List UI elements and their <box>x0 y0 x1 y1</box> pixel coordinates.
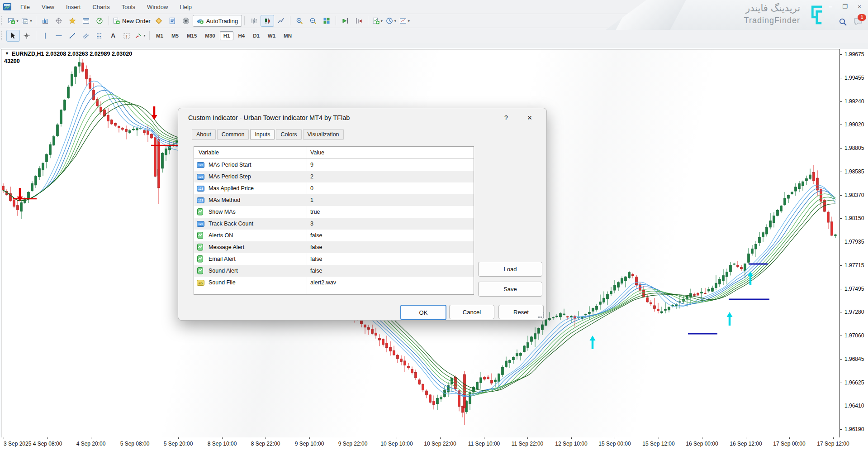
tab-about[interactable]: About <box>192 129 216 140</box>
cursor-icon[interactable] <box>6 30 20 42</box>
menu-help[interactable]: Help <box>174 2 198 12</box>
menu-tools[interactable]: Tools <box>116 2 141 12</box>
param-value[interactable]: false <box>310 232 322 239</box>
periods-dropdown-icon[interactable]: ▾ <box>394 19 396 23</box>
templates-icon[interactable]: ▾ <box>398 15 411 27</box>
fibonacci-retracement-icon[interactable] <box>93 30 106 42</box>
param-value[interactable]: true <box>310 209 320 215</box>
zoom-in-icon[interactable] <box>293 15 306 27</box>
param-value[interactable]: 1 <box>310 197 313 203</box>
minimize-button[interactable]: – <box>825 2 835 11</box>
templates-dropdown-icon[interactable]: ▾ <box>408 19 410 23</box>
menu-insert[interactable]: Insert <box>60 2 87 12</box>
toolbar-drag-handle[interactable] <box>1 31 4 40</box>
terminal-icon[interactable] <box>79 15 93 27</box>
param-value[interactable]: 2 <box>310 173 313 180</box>
timeframe-w1[interactable]: W1 <box>264 31 279 40</box>
param-row-mas-period-start[interactable]: 123MAs Period Start9 <box>194 159 474 171</box>
horizontal-line-icon[interactable] <box>52 30 66 42</box>
param-row-track-back-count[interactable]: 123Track Back Count3 <box>194 218 474 230</box>
new-order-button[interactable]: New Order <box>111 15 152 27</box>
price-axis[interactable]: 1.996751.994551.992401.990201.988051.985… <box>840 49 868 438</box>
indicators-dropdown-icon[interactable]: ▾ <box>381 19 383 23</box>
indicators-icon[interactable]: ▾ <box>370 15 384 27</box>
param-value[interactable]: false <box>310 268 322 274</box>
menu-window[interactable]: Window <box>141 2 174 12</box>
param-row-email-alert[interactable]: Email Alertfalse <box>194 253 474 265</box>
strategy-tester-icon[interactable] <box>93 15 106 27</box>
param-value[interactable]: alert2.wav <box>310 279 336 286</box>
menu-file[interactable]: File <box>14 2 36 12</box>
text-label-icon[interactable]: T <box>120 30 133 42</box>
param-value[interactable]: 3 <box>310 221 313 227</box>
profiles-icon[interactable]: ▾ <box>20 15 33 27</box>
load-button[interactable]: Load <box>478 262 542 277</box>
profiles-dropdown-icon[interactable]: ▾ <box>30 19 32 23</box>
param-row-mas-period-step[interactable]: 123MAs Period Step2 <box>194 171 474 182</box>
tab-visualization[interactable]: Visualization <box>303 129 344 140</box>
navigator-icon[interactable] <box>66 15 79 27</box>
dialog-resize-grip[interactable] <box>538 312 544 318</box>
timeframe-d1[interactable]: D1 <box>249 31 263 40</box>
symbol-dropdown-icon[interactable]: ▼ <box>5 51 9 56</box>
timeframe-m5[interactable]: M5 <box>168 31 182 40</box>
param-row-show-mas[interactable]: Show MAstrue <box>194 206 474 218</box>
crosshair-tool-icon[interactable] <box>20 30 33 42</box>
timeframe-h4[interactable]: H4 <box>234 31 248 40</box>
line-chart-icon[interactable] <box>274 15 288 27</box>
param-row-message-alert[interactable]: Message Alertfalse <box>194 241 474 253</box>
periods-icon[interactable]: ▾ <box>384 15 398 27</box>
cancel-button[interactable]: Cancel <box>449 305 494 319</box>
restore-button[interactable]: ❐ <box>840 2 850 11</box>
market-icon[interactable] <box>179 15 193 27</box>
ok-button[interactable]: OK <box>400 305 446 320</box>
vertical-line-icon[interactable] <box>38 30 52 42</box>
param-row-mas-applied-price[interactable]: 123Mas Applied Price0 <box>194 182 474 194</box>
param-row-sound-alert[interactable]: Sound Alertfalse <box>194 265 474 277</box>
metaeditor-icon[interactable] <box>166 15 179 27</box>
timeframe-mn[interactable]: MN <box>280 31 295 40</box>
trendline-icon[interactable] <box>66 30 79 42</box>
autotrading-button[interactable]: AutoTrading <box>193 15 242 27</box>
timeframe-h1[interactable]: H1 <box>220 31 234 40</box>
tab-common[interactable]: Common <box>217 129 249 140</box>
market-watch-icon[interactable] <box>38 15 52 27</box>
auto-scroll-icon[interactable] <box>338 15 352 27</box>
toolbar-drag-handle[interactable] <box>1 16 4 25</box>
candle-chart-icon[interactable] <box>261 15 274 27</box>
timeframe-m15[interactable]: M15 <box>183 31 200 40</box>
data-window-icon[interactable] <box>52 15 66 27</box>
close-button[interactable]: × <box>854 2 864 11</box>
arrows-icon[interactable]: ▾ <box>133 30 147 42</box>
param-value[interactable]: false <box>310 244 322 250</box>
equidistant-channel-icon[interactable] <box>79 30 93 42</box>
param-row-mas-method[interactable]: 123MAs Method1 <box>194 194 474 206</box>
metaquotes-icon[interactable] <box>152 15 166 27</box>
dialog-close-icon[interactable]: × <box>522 112 537 124</box>
timeframe-m30[interactable]: M30 <box>201 31 218 40</box>
bar-chart-icon[interactable] <box>247 15 261 27</box>
menu-view[interactable]: View <box>36 2 60 12</box>
tab-colors[interactable]: Colors <box>276 129 301 140</box>
param-row-sound-file[interactable]: abSound Filealert2.wav <box>194 277 474 288</box>
arrows-dropdown-icon[interactable]: ▾ <box>143 34 145 38</box>
new-chart-icon[interactable]: ▾ <box>6 15 20 27</box>
chart-shift-icon[interactable] <box>352 15 365 27</box>
timeframe-m1[interactable]: M1 <box>152 31 167 40</box>
param-row-alerts-on[interactable]: Alerts ONfalse <box>194 230 474 241</box>
time-axis[interactable]: 3 Sep 20254 Sep 08:004 Sep 20:005 Sep 08… <box>0 437 868 451</box>
new-chart-dropdown-icon[interactable]: ▾ <box>16 19 18 23</box>
dialog-help-button[interactable]: ? <box>498 112 514 124</box>
param-value[interactable]: false <box>310 256 322 262</box>
zoom-out-icon[interactable] <box>306 15 320 27</box>
save-button[interactable]: Save <box>478 282 542 297</box>
param-value[interactable]: 9 <box>310 162 313 168</box>
tab-inputs[interactable]: Inputs <box>250 129 275 140</box>
chat-icon[interactable]: 1 <box>853 16 863 27</box>
text-icon[interactable]: A <box>106 30 120 42</box>
param-value[interactable]: 0 <box>310 185 313 192</box>
menu-charts[interactable]: Charts <box>86 2 115 12</box>
reset-button[interactable]: Reset <box>498 305 544 319</box>
search-icon[interactable] <box>837 16 848 27</box>
tile-windows-icon[interactable] <box>320 15 333 27</box>
